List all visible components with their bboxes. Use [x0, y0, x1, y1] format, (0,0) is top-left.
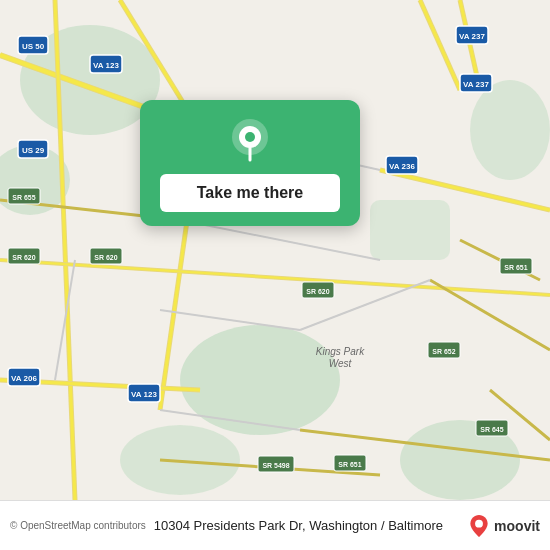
svg-text:SR 651: SR 651: [504, 264, 527, 271]
moovit-brand-label: moovit: [494, 518, 540, 534]
address-text: 10304 Presidents Park Dr, Washington / B…: [154, 518, 468, 533]
svg-text:VA 237: VA 237: [463, 80, 489, 89]
svg-point-76: [245, 132, 255, 142]
svg-text:SR 620: SR 620: [306, 288, 329, 295]
svg-text:Kings Park: Kings Park: [316, 346, 365, 357]
svg-text:VA 237: VA 237: [459, 32, 485, 41]
svg-text:SR 655: SR 655: [12, 194, 35, 201]
svg-text:VA 236: VA 236: [389, 162, 415, 171]
copyright-text: © OpenStreetMap contributors: [10, 520, 146, 531]
svg-text:US 29: US 29: [22, 146, 45, 155]
svg-text:VA 123: VA 123: [131, 390, 157, 399]
svg-text:SR 652: SR 652: [432, 348, 455, 355]
location-pin-icon: [227, 118, 273, 164]
svg-text:SR 620: SR 620: [94, 254, 117, 261]
map-background: US 50 US 29 VA 123 VA 237 VA 237 VA 236 …: [0, 0, 550, 500]
svg-text:VA 123: VA 123: [93, 61, 119, 70]
svg-point-77: [475, 519, 483, 527]
svg-text:US 50: US 50: [22, 42, 45, 51]
svg-rect-7: [370, 200, 450, 260]
svg-text:West: West: [329, 358, 353, 369]
svg-text:SR 620: SR 620: [12, 254, 35, 261]
svg-point-3: [180, 325, 340, 435]
svg-text:SR 651: SR 651: [338, 461, 361, 468]
moovit-logo: moovit: [468, 515, 540, 537]
bottom-bar: © OpenStreetMap contributors 10304 Presi…: [0, 500, 550, 550]
popup-card: Take me there: [140, 100, 360, 226]
map-container: US 50 US 29 VA 123 VA 237 VA 237 VA 236 …: [0, 0, 550, 500]
svg-point-5: [470, 80, 550, 180]
svg-text:VA 206: VA 206: [11, 374, 37, 383]
svg-text:SR 5498: SR 5498: [262, 462, 289, 469]
svg-text:SR 645: SR 645: [480, 426, 503, 433]
take-me-there-button[interactable]: Take me there: [160, 174, 340, 212]
moovit-pin-icon: [468, 515, 490, 537]
